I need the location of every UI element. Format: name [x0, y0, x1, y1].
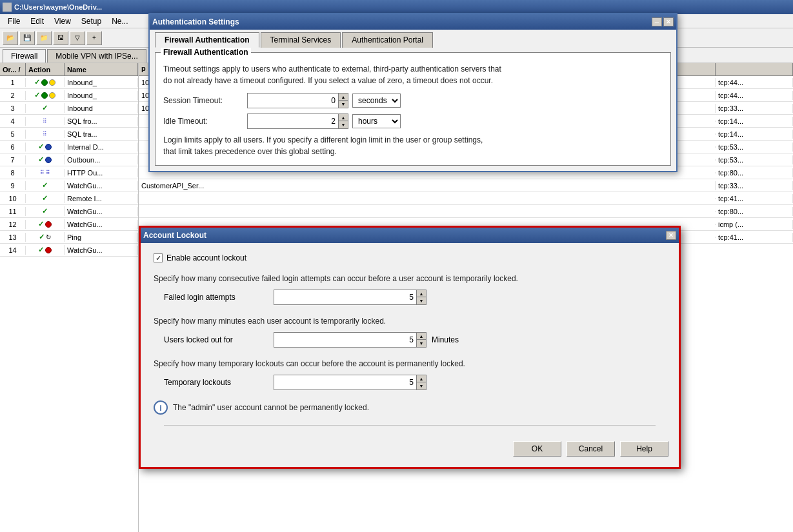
- lockout-cancel-button[interactable]: Cancel: [567, 441, 615, 457]
- rth-port: [716, 63, 793, 75]
- td-name: Inbound_: [65, 91, 138, 100]
- td-order: 1: [0, 78, 26, 87]
- rtd-port: tcp:14...: [716, 130, 793, 139]
- rtd-port: tcp:80...: [716, 168, 793, 177]
- td-name: Ping: [65, 233, 138, 242]
- locked-out-value[interactable]: [274, 333, 416, 347]
- td-order: 8: [0, 168, 26, 177]
- td-action: ✓: [26, 245, 65, 255]
- tab-firewall-auth[interactable]: Firewall Authentication: [155, 32, 259, 48]
- td-action: ✓: [26, 90, 65, 100]
- toolbar-folder[interactable]: 📁: [36, 31, 52, 45]
- tab-firewall[interactable]: Firewall: [3, 49, 46, 63]
- idle-timeout-down[interactable]: ▼: [339, 121, 348, 128]
- td-name: Remote I...: [65, 194, 138, 203]
- failed-attempts-input[interactable]: ▲ ▼: [274, 290, 427, 305]
- session-timeout-down[interactable]: ▼: [339, 101, 348, 108]
- temp-lockouts-down[interactable]: ▼: [417, 382, 426, 389]
- session-timeout-unit-select[interactable]: seconds minutes hours: [352, 94, 401, 108]
- menu-file[interactable]: File: [3, 15, 25, 27]
- locked-out-up[interactable]: ▲: [417, 333, 426, 340]
- separator: [164, 425, 656, 426]
- td-name: Outboun...: [65, 155, 138, 164]
- td-action: ⠿: [26, 130, 65, 138]
- table-row[interactable]: 2 ✓ Inbound_: [0, 89, 138, 102]
- menu-edit[interactable]: Edit: [25, 15, 49, 27]
- lockout-ok-button[interactable]: OK: [513, 441, 561, 457]
- tab-terminal-services[interactable]: Terminal Services: [261, 32, 341, 48]
- td-name: HTTP Ou...: [65, 168, 138, 177]
- table-row[interactable]: 3 ✓ Inbound: [0, 102, 138, 115]
- failed-attempts-value[interactable]: [274, 290, 416, 304]
- lockout-close[interactable]: ✕: [666, 231, 676, 240]
- table-row[interactable]: 8 ⠿ ⠿ HTTP Ou...: [0, 166, 138, 179]
- table-row[interactable]: 7 ✓ Outboun...: [0, 153, 138, 166]
- auth-group: Firewall Authentication Timeout settings…: [155, 52, 671, 166]
- temp-lockouts-value[interactable]: [274, 375, 416, 389]
- table-row[interactable]: 10 ✓ Remote I...: [0, 192, 138, 205]
- toolbar-save2[interactable]: 🖫: [53, 31, 68, 45]
- menu-view[interactable]: View: [49, 15, 76, 27]
- td-order: 2: [0, 91, 26, 100]
- table-row[interactable]: 9 ✓ WatchGu...: [0, 179, 138, 192]
- minutes-label: Minutes: [432, 335, 459, 344]
- th-order: Or... /: [0, 63, 26, 75]
- td-order: 6: [0, 143, 26, 152]
- table-row[interactable]: 6 ✓ Internal D...: [0, 141, 138, 153]
- failed-attempts-down[interactable]: ▼: [417, 297, 426, 304]
- login-limit-text: Login limits apply to all users. If you …: [163, 134, 663, 157]
- table-row[interactable]: 1 ✓ Inbound_: [0, 76, 138, 89]
- section3-desc: Specify how many temporary lockouts can …: [154, 358, 666, 369]
- td-order: 9: [0, 181, 26, 190]
- locked-out-down[interactable]: ▼: [417, 340, 426, 347]
- menu-network[interactable]: Ne...: [106, 15, 133, 27]
- locked-out-row: Users locked out for ▲ ▼ Minutes: [164, 332, 666, 348]
- right-row[interactable]: tcp:80...: [139, 205, 793, 218]
- table-row[interactable]: 11 ✓ WatchGu...: [0, 205, 138, 218]
- enable-lockout-checkbox[interactable]: ✓: [154, 253, 163, 262]
- td-name: Internal D...: [65, 143, 138, 152]
- auth-dialog-close[interactable]: ✕: [663, 17, 674, 26]
- toolbar-arrow[interactable]: ▽: [70, 31, 85, 45]
- table-row[interactable]: 4 ⠿ SQL fro...: [0, 115, 138, 128]
- temp-lockouts-input[interactable]: ▲ ▼: [274, 375, 427, 390]
- idle-timeout-up[interactable]: ▲: [339, 114, 348, 121]
- rtd-dest: [139, 211, 716, 212]
- lockout-title: Account Lockout: [143, 231, 206, 240]
- lockout-help-button[interactable]: Help: [620, 441, 668, 457]
- td-action: ✓ ↻: [26, 232, 65, 242]
- idle-timeout-unit-select[interactable]: seconds minutes hours: [352, 114, 401, 128]
- locked-out-input[interactable]: ▲ ▼: [274, 332, 427, 348]
- failed-attempts-spinners: ▲ ▼: [416, 290, 426, 304]
- table-row[interactable]: 12 ✓ WatchGu...: [0, 218, 138, 231]
- idle-timeout-value[interactable]: [248, 114, 338, 128]
- table-row[interactable]: 13 ✓ ↻ Ping: [0, 231, 138, 244]
- td-action: ✓: [26, 193, 65, 203]
- session-timeout-input[interactable]: ▲ ▼: [247, 93, 348, 108]
- idle-timeout-input[interactable]: ▲ ▼: [247, 113, 348, 129]
- table-row[interactable]: 5 ⠿ SQL tra...: [0, 128, 138, 141]
- temp-lockouts-up[interactable]: ▲: [417, 375, 426, 382]
- td-order: 7: [0, 155, 26, 164]
- toolbar-add[interactable]: +: [86, 31, 102, 45]
- right-row[interactable]: tcp:41...: [139, 192, 793, 205]
- td-action: ✓: [26, 181, 65, 190]
- failed-attempts-up[interactable]: ▲: [417, 290, 426, 297]
- menu-setup[interactable]: Setup: [76, 15, 106, 27]
- tab-mobilevpn[interactable]: Mobile VPN with IPSe...: [47, 49, 146, 63]
- table-row[interactable]: 14 ✓ WatchGu...: [0, 244, 138, 257]
- auth-dialog-minimize[interactable]: ─: [652, 17, 662, 26]
- toolbar-open[interactable]: 📂: [3, 31, 18, 45]
- toolbar-save[interactable]: 💾: [19, 31, 35, 45]
- right-row[interactable]: CustomerAPI_Ser... tcp:33...: [139, 179, 793, 192]
- info-row: i The "admin" user account cannot be per…: [154, 400, 666, 415]
- session-timeout-value[interactable]: [248, 94, 338, 108]
- lockout-titlebar: Account Lockout ✕: [141, 228, 679, 243]
- td-action: ✓: [26, 155, 65, 164]
- info-icon: i: [154, 400, 168, 415]
- info-text: The "admin" user account cannot be perma…: [173, 403, 369, 412]
- session-timeout-row: Session Timeout: ▲ ▼ seconds minutes hou…: [163, 93, 663, 108]
- session-timeout-up[interactable]: ▲: [339, 94, 348, 101]
- td-name: SQL fro...: [65, 117, 138, 126]
- tab-auth-portal[interactable]: Authentication Portal: [342, 32, 433, 48]
